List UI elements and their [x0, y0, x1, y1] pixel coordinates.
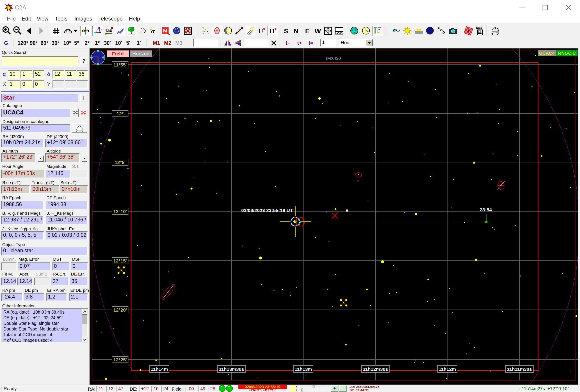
svg-text:12°20': 12°20': [113, 307, 127, 312]
svg-text:E: E: [305, 27, 310, 35]
svg-text:12°15': 12°15': [113, 258, 127, 263]
svg-text:M: M: [163, 28, 167, 34]
svg-text:12°: 12°: [117, 111, 124, 116]
svg-text:DSS: DSS: [476, 26, 482, 29]
svg-text:11h12m: 11h12m: [438, 367, 456, 372]
svg-text:11h14m: 11h14m: [150, 367, 168, 372]
svg-text:U: U: [258, 27, 263, 35]
svg-text:Field: Field: [112, 51, 124, 57]
svg-text:11h13m30s: 11h13m30s: [219, 367, 244, 372]
svg-text:23:54: 23:54: [480, 207, 492, 212]
svg-text:11h12m30s: 11h12m30s: [363, 367, 388, 372]
svg-text:11h13m: 11h13m: [294, 367, 312, 372]
svg-text:11°55': 11°55': [114, 62, 127, 67]
svg-text:S: S: [284, 27, 289, 35]
svg-text:D: D: [270, 27, 275, 35]
svg-text:N: N: [293, 27, 298, 35]
svg-text:UCAC4: UCAC4: [539, 51, 555, 56]
svg-text:11h11m30s: 11h11m30s: [507, 367, 532, 372]
svg-text:12°10': 12°10': [113, 209, 127, 214]
svg-text:IMX430: IMX430: [326, 56, 341, 61]
svg-text:T: T: [491, 32, 493, 36]
svg-text:12°5': 12°5': [115, 160, 126, 165]
svg-text:12°25': 12°25': [113, 357, 127, 362]
svg-text:Taü: Taü: [105, 28, 113, 33]
svg-text:RNGCIC: RNGCIC: [558, 51, 576, 56]
svg-text:02/08/2023 23:55:19 UT: 02/08/2023 23:55:19 UT: [241, 208, 293, 213]
svg-text:Horizon: Horizon: [132, 51, 149, 57]
svg-text:W: W: [314, 27, 321, 35]
